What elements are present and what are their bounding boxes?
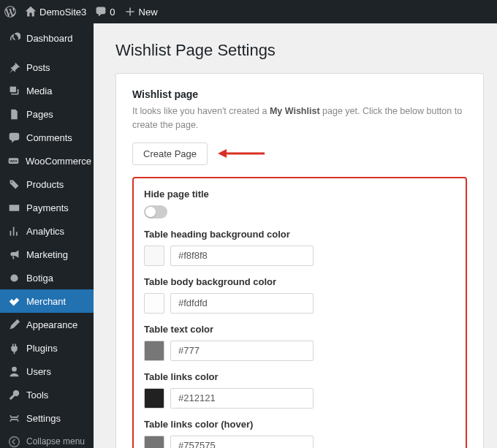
new-link[interactable]: New [124, 6, 158, 18]
color-swatch[interactable] [144, 293, 164, 314]
sidebar-item-plugins[interactable]: Plugins [0, 336, 94, 360]
color-swatch[interactable] [144, 388, 164, 409]
tools-icon [7, 388, 20, 401]
sidebar-item-label: Botiga [26, 273, 53, 284]
sidebar-item-label: Pages [26, 109, 53, 120]
settings-panel: Wishlist page It looks like you haven't … [115, 73, 484, 448]
sidebar-item-label: Settings [26, 413, 61, 424]
sidebar-item-label: Merchant [26, 296, 66, 307]
plus-icon [124, 6, 136, 18]
megaphone-icon [7, 248, 20, 261]
appearance-icon [7, 318, 20, 331]
comments-link[interactable]: 0 [95, 6, 115, 18]
field-label: Table links color [144, 371, 455, 382]
sidebar-item-marketing[interactable]: Marketing [0, 243, 94, 266]
links-color-input[interactable] [170, 388, 314, 409]
dashboard-icon [7, 31, 20, 45]
create-page-button[interactable]: Create Page [132, 143, 208, 165]
highlighted-settings: Hide page title Table heading background… [132, 177, 467, 449]
comments-icon [7, 131, 20, 144]
collapse-label: Collapse menu [26, 436, 85, 447]
field-label: Table links color (hover) [144, 419, 455, 430]
sidebar-item-dashboard[interactable]: Dashboard [0, 26, 94, 50]
botiga-icon [7, 271, 20, 284]
sidebar-item-pages[interactable]: Pages [0, 102, 94, 126]
wp-logo[interactable] [4, 6, 16, 18]
wordpress-icon [4, 6, 16, 18]
sidebar-item-comments[interactable]: Comments [0, 126, 94, 149]
woocommerce-icon: woo [7, 154, 20, 167]
sidebar-item-label: Comments [26, 132, 72, 143]
sidebar-item-merchant[interactable]: Merchant [0, 289, 94, 313]
sidebar-item-label: Dashboard [26, 33, 73, 44]
sidebar-item-payments[interactable]: Payments [0, 196, 94, 219]
sidebar-item-woocommerce[interactable]: woo WooCommerce [0, 149, 94, 172]
field-heading-bg: Table heading background color [144, 229, 455, 266]
sidebar-item-botiga[interactable]: Botiga [0, 266, 94, 289]
hide-title-toggle[interactable] [144, 205, 167, 219]
media-icon [7, 84, 20, 97]
sidebar-item-tools[interactable]: Tools [0, 383, 94, 406]
admin-sidebar: Dashboard Posts Media Pages Comments woo… [0, 23, 94, 448]
merchant-icon [7, 295, 20, 308]
sidebar-item-label: WooCommerce [26, 156, 91, 167]
page-icon [7, 107, 20, 121]
site-name: DemoSite3 [39, 7, 86, 18]
sidebar-item-products[interactable]: Products [0, 172, 94, 196]
site-link[interactable]: DemoSite3 [25, 6, 86, 18]
comment-count: 0 [110, 7, 115, 18]
sidebar-item-label: Payments [26, 202, 69, 213]
field-links-hover-color: Table links color (hover) [144, 419, 455, 449]
sidebar-item-posts[interactable]: Posts [0, 56, 94, 79]
sidebar-item-appearance[interactable]: Appearance [0, 313, 94, 336]
sidebar-item-label: Appearance [26, 319, 77, 330]
settings-icon [7, 411, 20, 425]
section-note: It looks like you haven't created a My W… [132, 105, 467, 132]
field-label: Table heading background color [144, 229, 455, 240]
sidebar-item-settings[interactable]: Settings [0, 406, 94, 430]
comment-icon [95, 6, 107, 18]
products-icon [7, 178, 20, 191]
field-hide-title: Hide page title [144, 189, 455, 219]
svg-point-3 [9, 436, 19, 447]
sidebar-item-label: Media [26, 86, 52, 96]
field-label: Table body background color [144, 276, 455, 287]
plugins-icon [7, 341, 20, 354]
payments-icon [7, 201, 20, 214]
pin-icon [7, 61, 20, 74]
links-hover-color-input[interactable] [170, 436, 314, 449]
new-label: New [139, 7, 158, 18]
sidebar-item-analytics[interactable]: Analytics [0, 219, 94, 243]
sidebar-item-users[interactable]: Users [0, 360, 94, 383]
sidebar-collapse[interactable]: Collapse menu [0, 430, 94, 448]
callout-arrow-icon [218, 148, 265, 159]
sidebar-item-label: Users [26, 366, 51, 377]
users-icon [7, 365, 20, 378]
sidebar-item-label: Posts [26, 62, 50, 73]
sidebar-item-label: Analytics [26, 226, 64, 237]
svg-point-2 [10, 274, 18, 281]
heading-bg-input[interactable] [170, 246, 314, 266]
color-swatch[interactable] [144, 341, 164, 361]
page-title: Wishlist Page Settings [115, 41, 484, 60]
field-body-bg: Table body background color [144, 276, 455, 314]
home-icon [25, 6, 37, 18]
main-content: Wishlist Page Settings Wishlist page It … [94, 23, 497, 448]
body-bg-input[interactable] [170, 293, 314, 314]
field-label: Table text color [144, 324, 455, 335]
sidebar-item-media[interactable]: Media [0, 79, 94, 102]
sidebar-item-label: Tools [26, 390, 48, 400]
analytics-icon [7, 224, 20, 238]
color-swatch[interactable] [144, 246, 164, 266]
svg-marker-5 [218, 149, 227, 158]
collapse-icon [7, 435, 20, 448]
section-heading: Wishlist page [132, 88, 467, 100]
field-links-color: Table links color [144, 371, 455, 409]
text-color-input[interactable] [170, 341, 314, 361]
toggle-knob [145, 207, 156, 217]
field-text-color: Table text color [144, 324, 455, 361]
color-swatch[interactable] [144, 436, 164, 449]
sidebar-item-label: Marketing [26, 249, 68, 260]
admin-top-bar: DemoSite3 0 New [0, 0, 497, 23]
field-label: Hide page title [144, 189, 455, 200]
